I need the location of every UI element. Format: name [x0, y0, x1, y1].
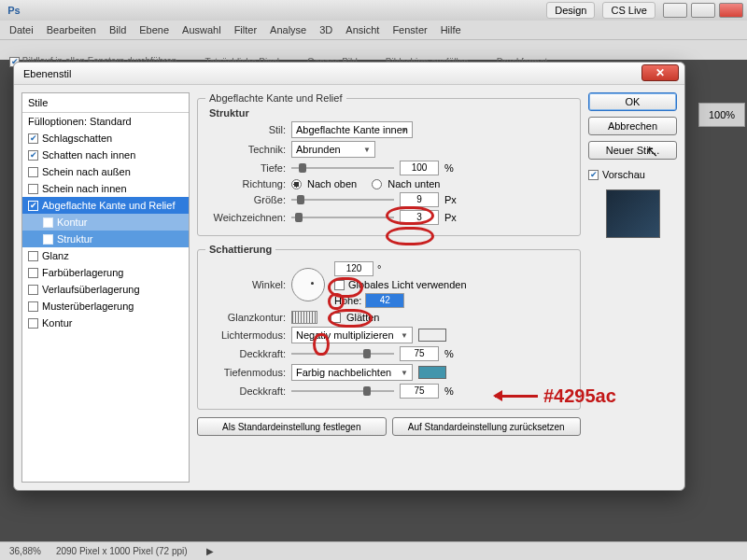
shadow-opacity-input[interactable]: 75 [400, 384, 439, 399]
cursor-icon: ↖ [646, 143, 658, 161]
shadow-color-swatch[interactable] [418, 366, 446, 379]
lbl-licht: Lichtermodus: [205, 329, 286, 341]
dialog-close-button[interactable]: ✕ [641, 64, 679, 81]
lbl-glaetten: Glätten [346, 312, 379, 323]
status-zoom[interactable]: 36,88% [9, 546, 41, 556]
lbl-tiefm: Tiefenmodus: [205, 367, 286, 378]
maximize-button[interactable] [691, 3, 715, 18]
highlight-mode-combo[interactable]: Negativ multiplizieren [291, 327, 413, 343]
lbl-weich: Weichzeichnen: [205, 212, 286, 223]
menu-filter[interactable]: Filter [234, 24, 257, 35]
lbl-pct3: % [444, 385, 454, 397]
styles-sidebar: Stile Fülloptionen: Standard Schlagschat… [21, 92, 190, 483]
shadow-mode-combo[interactable]: Farbig nachbelichten [291, 364, 413, 381]
sidebar-item-inner-shadow[interactable]: Schatten nach innen [22, 147, 189, 163]
minimize-button[interactable] [663, 3, 687, 18]
lbl-groesse: Größe: [205, 194, 286, 205]
layer-style-dialog: Ebenenstil ✕ Stile Fülloptionen: Standar… [13, 62, 685, 491]
panel-zoom-pct[interactable]: 100% [698, 103, 745, 127]
groesse-input[interactable]: 9 [400, 192, 439, 207]
technik-combo[interactable]: Abrunden [291, 141, 375, 158]
preview-thumbnail [606, 189, 660, 238]
new-style-button[interactable]: Neuer Stil... [588, 141, 677, 160]
cancel-button[interactable]: Abbrechen [588, 117, 677, 135]
lbl-deck1: Deckkraft: [205, 348, 286, 359]
gloss-contour-picker[interactable] [291, 311, 317, 324]
sidebar-item-bevel-emboss[interactable]: Abgeflachte Kante und Relief [22, 197, 189, 214]
dialog-button-column: OK Abbrechen Neuer Stil... Vorschau [588, 92, 677, 483]
sidebar-item-drop-shadow[interactable]: Schlagschatten [22, 130, 189, 147]
angle-dial[interactable] [291, 268, 325, 301]
lbl-stil: Stil: [205, 124, 286, 135]
glaetten-checkbox[interactable] [331, 313, 341, 323]
groesse-slider[interactable] [291, 193, 394, 206]
sidebar-item-color-overlay[interactable]: Farbüberlagerung [22, 264, 189, 281]
sidebar-item-stroke[interactable]: Kontur [22, 315, 189, 331]
tiefe-slider[interactable] [291, 161, 394, 175]
lbl-oben: Nach oben [307, 178, 357, 189]
highlight-opacity-slider[interactable] [291, 347, 394, 360]
menu-auswahl[interactable]: Auswahl [182, 24, 221, 35]
group-structure-legend: Struktur [205, 107, 253, 119]
group-bevel-emboss: Abgeflachte Kante und Relief Struktur St… [197, 92, 581, 236]
lbl-hoehe: Höhe: [334, 295, 361, 306]
ok-button[interactable]: OK [588, 92, 677, 111]
highlight-opacity-input[interactable]: 75 [400, 346, 439, 361]
sidebar-item-texture[interactable]: Struktur [22, 231, 189, 247]
preview-checkbox[interactable] [588, 170, 599, 180]
menu-analyse[interactable]: Analyse [270, 24, 306, 35]
reset-default-button[interactable]: Auf Standardeinstellung zurücksetzen [392, 417, 582, 436]
menu-bearbeiten[interactable]: Bearbeiten [47, 24, 96, 35]
annotation-arrow: #4295ac [495, 385, 616, 407]
window-close-button[interactable] [719, 3, 743, 18]
menu-ebene[interactable]: Ebene [139, 24, 169, 35]
lbl-global: Globales Licht verwenden [348, 279, 467, 290]
dialog-titlebar[interactable]: Ebenenstil ✕ [14, 63, 684, 85]
menu-fenster[interactable]: Fenster [392, 24, 427, 35]
sidebar-item-inner-glow[interactable]: Schein nach innen [22, 180, 189, 197]
status-bar: 36,88% 2090 Pixel x 1000 Pixel (72 ppi) … [0, 541, 747, 560]
lbl-glanzk: Glanzkontur: [205, 312, 286, 323]
workspace-label[interactable]: Design [546, 2, 595, 19]
sidebar-item-satin[interactable]: Glanz [22, 247, 189, 264]
lbl-technik: Technik: [205, 144, 286, 155]
app-logo-icon: Ps [0, 5, 28, 16]
sidebar-item-gradient-overlay[interactable]: Verlaufsüberlagerung [22, 281, 189, 298]
lbl-unten: Nach unten [388, 178, 440, 189]
sidebar-item-outer-glow[interactable]: Schein nach außen [22, 163, 189, 180]
lbl-px1: Px [444, 194, 457, 205]
global-light-checkbox[interactable] [334, 280, 345, 290]
richtung-up-radio[interactable] [291, 179, 302, 189]
hoehe-input[interactable]: 42 [365, 293, 404, 308]
app-titlebar: Ps Design CS Live [0, 0, 747, 21]
lbl-px2: Px [444, 212, 457, 223]
lbl-pct2: % [444, 348, 454, 359]
group-structure: Struktur Stil: Abgeflachte Kante innen T… [205, 107, 572, 228]
richtung-down-radio[interactable] [372, 179, 382, 189]
lbl-preview: Vorschau [602, 169, 645, 180]
status-doc: 2090 Pixel x 1000 Pixel (72 ppi) [56, 546, 188, 556]
settings-panel: Abgeflachte Kante und Relief Struktur St… [197, 92, 581, 483]
lbl-pct: % [444, 162, 454, 174]
stil-combo[interactable]: Abgeflachte Kante innen [291, 121, 413, 138]
tiefe-input[interactable]: 100 [400, 161, 439, 175]
lbl-richtung: Richtung: [205, 178, 286, 189]
sidebar-item-pattern-overlay[interactable]: Musterüberlagerung [22, 298, 189, 315]
weich-slider[interactable] [291, 211, 394, 224]
menu-bild[interactable]: Bild [109, 24, 126, 35]
menu-3d[interactable]: 3D [319, 24, 332, 35]
highlight-color-swatch[interactable] [418, 329, 446, 342]
menu-datei[interactable]: Datei [9, 24, 34, 35]
lbl-tiefe: Tiefe: [205, 162, 286, 174]
weich-input[interactable]: 3 [400, 210, 439, 225]
menu-ansicht[interactable]: Ansicht [345, 24, 379, 35]
group-shade-legend: Schattierung [205, 244, 275, 255]
sidebar-header: Stile [22, 93, 189, 113]
sidebar-item-contour[interactable]: Kontur [22, 214, 189, 231]
menu-hilfe[interactable]: Hilfe [441, 24, 461, 35]
shadow-opacity-slider[interactable] [291, 385, 394, 398]
sidebar-item-blend-options[interactable]: Fülloptionen: Standard [22, 113, 189, 130]
make-default-button[interactable]: Als Standardeinstellung festlegen [197, 417, 387, 436]
winkel-input[interactable]: 120 [334, 261, 374, 276]
cslive-label[interactable]: CS Live [602, 2, 655, 19]
